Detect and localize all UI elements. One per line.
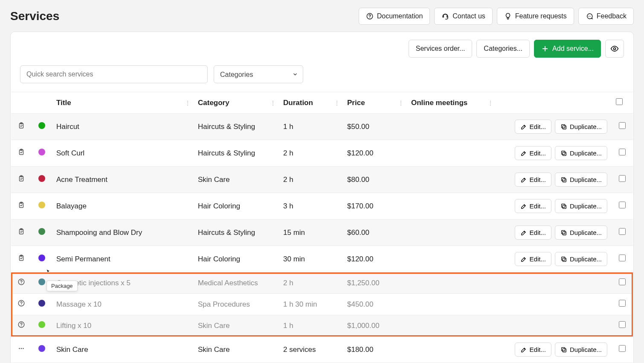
col-price[interactable]: Price⋮ <box>343 92 407 114</box>
row-checkbox[interactable] <box>619 175 626 182</box>
col-title[interactable]: Title⋮ <box>52 92 194 114</box>
row-duration: 2 services <box>279 337 343 363</box>
row-checkbox[interactable] <box>619 255 626 261</box>
edit-icon <box>520 150 527 157</box>
col-duration[interactable]: Duration⋮ <box>279 92 343 114</box>
clipboard-icon <box>17 148 25 156</box>
edit-button[interactable]: Edit... <box>515 252 551 266</box>
row-duration: 2 h <box>279 140 343 167</box>
duplicate-button[interactable]: Duplicate... <box>555 225 607 240</box>
table-row: Haircut Haircuts & Styling 1 h $50.00 Ed… <box>11 114 633 140</box>
row-checkbox[interactable] <box>619 228 626 235</box>
help-icon <box>366 12 374 20</box>
duplicate-button[interactable]: Duplicate... <box>555 120 607 134</box>
row-title[interactable]: Shampooing and Blow Dry <box>52 220 194 246</box>
feature-requests-label: Feature requests <box>515 12 567 20</box>
row-actions: Edit... Duplicate... <box>496 193 612 220</box>
row-checkbox[interactable] <box>619 300 626 307</box>
add-service-button[interactable]: Add service... <box>534 40 601 58</box>
row-title[interactable]: Semi Permanent <box>52 246 194 272</box>
edit-label: Edit... <box>530 149 546 157</box>
row-title[interactable]: Lifting x 10 <box>52 315 194 337</box>
edit-button[interactable]: Edit... <box>515 343 551 357</box>
copy-icon <box>560 123 567 130</box>
duplicate-label: Duplicate... <box>570 202 602 210</box>
edit-button[interactable]: Edit... <box>515 199 551 213</box>
row-actions: Edit... Duplicate... <box>496 114 612 140</box>
row-checkbox[interactable] <box>619 202 626 208</box>
row-duration: 2 h <box>279 167 343 193</box>
edit-button[interactable]: Edit... <box>515 146 551 160</box>
row-title[interactable]: Acne Treatment <box>52 167 194 193</box>
row-price: $50.00 <box>343 114 407 140</box>
duplicate-button[interactable]: Duplicate... <box>555 343 607 357</box>
contact-us-label: Contact us <box>453 12 485 20</box>
edit-icon <box>520 229 527 236</box>
row-color <box>32 246 52 272</box>
categories-button[interactable]: Categories... <box>476 40 530 58</box>
table-row: Cosmetic injections x 5 Medical Aestheti… <box>11 272 633 294</box>
help-icon <box>17 278 25 286</box>
contact-us-button[interactable]: Contact us <box>434 8 492 25</box>
search-input[interactable] <box>20 65 208 83</box>
table-row: Semi Permanent Hair Coloring 30 min $120… <box>11 246 633 272</box>
feedback-button[interactable]: Feedback <box>578 8 634 25</box>
row-type-icon <box>11 315 32 337</box>
row-price: $60.00 <box>343 220 407 246</box>
row-color <box>32 294 52 315</box>
clipboard-icon <box>17 228 25 235</box>
row-category: Skin Care <box>194 337 279 363</box>
visibility-toggle-button[interactable] <box>605 40 624 58</box>
row-title[interactable]: Massage x 10 <box>52 294 194 315</box>
col-online[interactable]: Online meetings⋮ <box>407 92 496 114</box>
row-title[interactable]: Balayage <box>52 193 194 220</box>
feature-requests-button[interactable]: Feature requests <box>497 8 574 25</box>
edit-label: Edit... <box>530 202 546 210</box>
duplicate-button[interactable]: Duplicate... <box>555 146 607 160</box>
headset-icon <box>441 12 449 20</box>
row-color <box>32 114 52 140</box>
edit-button[interactable]: Edit... <box>515 225 551 240</box>
row-type-icon <box>11 193 32 220</box>
row-duration: 30 min <box>279 246 343 272</box>
duplicate-button[interactable]: Duplicate... <box>555 199 607 213</box>
row-price: $120.00 <box>343 246 407 272</box>
row-category: Skin Care <box>194 167 279 193</box>
edit-button[interactable]: Edit... <box>515 120 551 134</box>
row-checkbox[interactable] <box>619 149 626 155</box>
row-title[interactable]: Skin Care <box>52 337 194 363</box>
clipboard-icon <box>17 201 25 209</box>
services-table: Title⋮ Category⋮ Duration⋮ Price⋮ Online… <box>11 92 633 363</box>
row-type-icon <box>11 337 32 363</box>
category-filter-select[interactable]: Categories <box>214 65 303 83</box>
edit-button[interactable]: Edit... <box>515 173 551 187</box>
documentation-button[interactable]: Documentation <box>359 8 430 25</box>
copy-icon <box>560 346 567 353</box>
row-title[interactable]: Soft Curl <box>52 140 194 167</box>
row-checkbox[interactable] <box>619 122 626 129</box>
copy-icon <box>560 203 567 210</box>
duplicate-button[interactable]: Duplicate... <box>555 173 607 187</box>
package-tooltip: Package <box>46 281 78 291</box>
row-checkbox[interactable] <box>619 345 626 352</box>
row-category: Skin Care <box>194 315 279 337</box>
header-actions: Documentation Contact us Feature request… <box>359 8 634 25</box>
edit-icon <box>520 176 527 183</box>
row-duration: 3 h <box>279 193 343 220</box>
row-duration: 1 h 30 min <box>279 294 343 315</box>
row-price: $1,000.00 <box>343 315 407 337</box>
add-service-label: Add service... <box>552 45 594 53</box>
row-checkbox[interactable] <box>619 278 626 285</box>
row-title[interactable]: Haircut <box>52 114 194 140</box>
row-online <box>407 140 496 167</box>
copy-icon <box>560 150 567 157</box>
row-price: $170.00 <box>343 193 407 220</box>
select-all[interactable] <box>612 92 633 114</box>
row-checkbox[interactable] <box>619 321 626 328</box>
row-online <box>407 114 496 140</box>
edit-icon <box>520 203 527 210</box>
services-order-button[interactable]: Services order... <box>409 40 473 58</box>
duplicate-button[interactable]: Duplicate... <box>555 252 607 266</box>
col-category[interactable]: Category⋮ <box>194 92 279 114</box>
row-color <box>32 337 52 363</box>
